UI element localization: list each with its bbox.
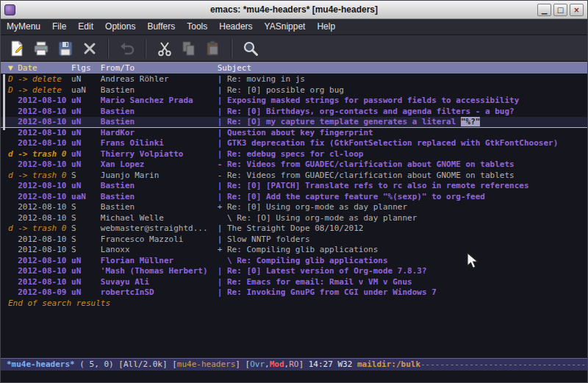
message-row[interactable]: 2012-08-10uNFrans Oilinki| GTK3 deprecat… [1,138,587,149]
modeline-segment: , [265,359,270,369]
message-row[interactable]: 2012-08-09uNrobertcInSD| Re: Invoking Gn… [1,287,587,298]
message-row[interactable]: 2012-08-10uNXan Lopez- Re: Videos from G… [1,160,587,171]
copy-button[interactable] [176,37,201,60]
menu-options[interactable]: Options [99,19,141,35]
column-subject[interactable]: Subject [218,63,251,73]
scrollbar-thumb[interactable] [3,74,5,130]
echo-area[interactable] [1,371,587,382]
date-cell: 2012-08-10 [18,117,71,128]
flags-cell: S [71,223,101,235]
paste-button[interactable] [201,37,225,60]
message-row[interactable]: d-> trash 0uNThierry Volpiatto| Re: edeb… [1,149,587,160]
emacs-window: emacs: *mu4e-headers* [mu4e-headers] ▁□×… [0,0,588,383]
column-flags[interactable]: Flgs [71,62,101,74]
date-cell: 2012-08-10 [18,256,71,267]
message-row[interactable]: 2012-08-10SMichael Welle \ Re: [O] Using… [1,213,587,224]
message-row[interactable]: 2012-08-10uNSuvayu Ali| Re: Emacs for em… [1,277,587,288]
new-file-button[interactable] [4,37,29,60]
flags-cell: uN [71,74,101,85]
from-cell: Bastien [101,117,218,128]
subject-cell: | Re: Emacs for email: Rmail v VM v Gnus [218,277,412,287]
flags-cell: uN [71,256,101,267]
menu-edit[interactable]: Edit [72,19,99,35]
message-row[interactable]: 2012-08-10SBastien+ Re: [0] Using org-mo… [1,202,587,213]
mark-char: D [8,74,18,85]
maximize-button[interactable]: □ [553,4,567,16]
from-cell: Bastien [101,192,218,203]
menu-file[interactable]: File [46,19,72,35]
modeline-segment: 14:27 W32 [309,359,357,369]
menu-yasnippet[interactable]: YASnippet [259,19,312,35]
flags-cell: uN [71,128,101,139]
flags-cell: uN [71,287,101,298]
menu-help[interactable]: Help [311,19,341,35]
search-button[interactable] [238,37,262,60]
flags-cell: uN [71,160,101,171]
close-button[interactable]: × [570,4,584,16]
message-row[interactable]: 2012-08-10uNHardKor| Question about key … [1,128,587,139]
from-cell: Michael Welle [101,213,218,224]
end-of-results: End of search results [1,298,587,309]
toolbar-separator [107,39,109,58]
message-row[interactable]: 2012-08-10uaNBastien| Re: [0] Add the ca… [1,192,587,203]
column-from[interactable]: From/To [101,62,218,74]
message-row[interactable]: 2012-08-10uNBastien| Re: [0] [PATCH] Tra… [1,181,587,192]
message-list: D-> deleteuNAndreas Röhler| Re: moving i… [1,74,587,298]
message-row[interactable]: 2012-08-10uN'Mash (Thomas Herbert)| Re: … [1,266,587,277]
date-cell: 2012-08-10 [18,213,71,224]
minimize-button[interactable]: ▁ [537,4,551,16]
subject-cell: | Exposing masked strings for password f… [218,96,520,105]
from-cell: robertcInSD [101,287,218,298]
modeline-segment: ] [ [235,359,250,369]
print-button[interactable] [29,37,53,60]
modeline-segment: ] [298,359,308,369]
flags-cell: uaN [71,192,101,203]
message-row[interactable]: 2012-08-10SLanoxx+ Re: Compiling glib ap… [1,245,587,256]
undo-button[interactable] [115,37,139,60]
date-cell: 2012-08-10 [18,107,71,118]
flags-cell: uN [71,96,101,107]
subject-cell: + Re: Compiling glib applications [218,245,379,254]
menu-tools[interactable]: Tools [181,19,213,35]
message-row[interactable]: D-> deleteuaNBastien| Re: [0] possible o… [1,85,587,96]
subject-cell: | The Straight Dope 08/10/2012 [218,223,364,233]
menu-headers[interactable]: Headers [213,19,258,35]
menu-buffers[interactable]: Buffers [141,19,181,35]
message-row[interactable]: d-> trash 0Swebmaster@straightd...| The … [1,223,587,235]
flags-cell: S [71,202,101,213]
titlebar[interactable]: emacs: *mu4e-headers* [mu4e-headers] ▁□× [1,1,587,19]
date-cell: -> trash 0 [18,223,71,235]
date-cell: 2012-08-10 [18,96,71,107]
close-buffer-button[interactable] [77,37,101,60]
cut-button[interactable] [152,37,176,60]
message-row-current[interactable]: 2012-08-10uNBastien| Re: [O] my capture … [1,117,587,128]
save-button[interactable] [53,37,77,60]
date-cell: 2012-08-10 [18,202,71,213]
from-cell: Florian Müllner [101,256,218,267]
date-cell: 2012-08-10 [18,128,71,139]
from-cell: Andreas Röhler [101,74,218,85]
date-cell: 2012-08-10 [18,245,71,256]
from-cell: Francesco Mazzoli [101,235,218,246]
message-row[interactable]: 2012-08-10SFrancesco Mazzoli| Slow NNTP … [1,235,587,246]
copy-icon [180,40,198,57]
menu-mymenu[interactable]: MyMenu [1,19,46,35]
from-cell: webmaster@straightd... [101,223,218,235]
message-row[interactable]: 2012-08-10uNMario Sanchez Prada| Exposin… [1,96,587,107]
message-row[interactable]: 2012-08-10uNFlorian Müllner \ Re: Compil… [1,256,587,267]
undo-icon [118,40,136,57]
from-cell: Suvayu Ali [101,277,218,288]
modeline-segment: RO [289,359,298,369]
column-sort-indicator[interactable]: ▼ [8,62,18,74]
column-date[interactable]: Date [18,62,71,74]
flags-cell: uN [71,138,101,149]
search-icon [242,40,259,57]
menubar: MyMenuFileEditOptionsBuffersToolsHeaders… [1,19,587,35]
modeline-segment: maildir:/bulk [357,359,420,369]
message-row[interactable]: D-> deleteuNAndreas Röhler| Re: moving i… [1,74,587,85]
message-row[interactable]: 2012-08-10uNBastien| Re: [0] Birthdays, … [1,107,587,118]
message-row[interactable]: d-> trash 0SJuanjo Marin- Re: Videos fro… [1,171,587,182]
modeline-segment: mu4e-headers [177,359,235,369]
subject-cell: \ Re: Compiling glib applications [218,256,388,265]
subject-cell: | Question about key fingerprint [218,128,373,137]
